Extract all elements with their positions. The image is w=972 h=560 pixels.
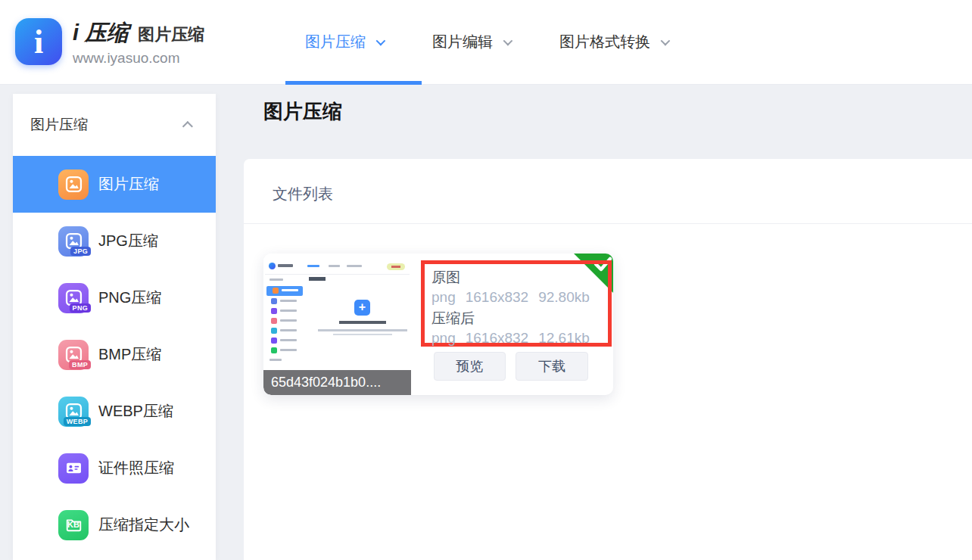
original-info: png1616x83292.80kb [431, 287, 608, 307]
png-badge: PNG [70, 303, 91, 313]
file-list-panel: 文件列表 [244, 159, 972, 560]
thumbnail-mini-upload-icon: + [354, 300, 370, 316]
thumbnail-mini-screenshot: + [263, 258, 411, 370]
original-dimensions: 1616x832 [466, 289, 528, 305]
sidebar-section-title: 图片压缩 [30, 115, 88, 135]
sidebar-item-webp-compress[interactable]: WEBP WEBP压缩 [13, 383, 216, 440]
thumbnail-mini-header [265, 260, 410, 275]
nav-label: 图片格式转换 [559, 32, 650, 52]
chevron-up-icon [182, 121, 193, 132]
sidebar-section-header[interactable]: 图片压缩 [13, 94, 216, 156]
chevron-down-icon [376, 36, 386, 46]
nav-item-image-edit[interactable]: 图片编辑 [432, 32, 510, 52]
nav-label: 图片编辑 [432, 32, 493, 52]
image-compress-icon [58, 170, 89, 200]
bmp-compress-icon: BMP [58, 340, 89, 370]
original-label: 原图 [431, 269, 608, 287]
id-photo-icon [58, 453, 89, 484]
thumbnail-mini-main: + [307, 275, 410, 370]
chevron-down-icon [503, 36, 513, 46]
file-thumbnail: + 65d43f024b1b0.... [263, 254, 411, 395]
thumbnail-mini-sidebar [265, 275, 304, 370]
site-url: www.iyasuo.com [73, 50, 204, 67]
highlight-box: 原图 png1616x83292.80kb 压缩后 png1616x83212.… [421, 260, 612, 347]
active-tab-underline [285, 81, 422, 85]
file-name: 65d43f024b1b0.... [263, 370, 411, 395]
sidebar-item-png-compress[interactable]: PNG PNG压缩 [13, 269, 216, 326]
sidebar-item-label: BMP压缩 [98, 344, 161, 365]
nav-item-image-compress[interactable]: 图片压缩 [305, 32, 383, 52]
sidebar-item-bmp-compress[interactable]: BMP BMP压缩 [13, 326, 216, 383]
site-logo[interactable]: i i 压缩 图片压缩 www.iyasuo.com [15, 18, 204, 67]
compressed-info: png1616x83212.61kb [431, 328, 608, 348]
sidebar-item-label: 压缩指定大小 [98, 515, 189, 535]
original-format: png [431, 289, 456, 305]
webp-badge: WEBP [64, 417, 91, 426]
kb-badge: KB [58, 520, 89, 529]
sidebar-item-label: 图片压缩 [98, 174, 159, 194]
sidebar-item-label: PNG压缩 [98, 288, 161, 308]
png-compress-icon: PNG [58, 283, 89, 313]
compressed-format: png [431, 330, 456, 346]
sidebar-item-label: 证件照压缩 [98, 458, 174, 478]
preview-button[interactable]: 预览 [434, 352, 506, 381]
page-title: 图片压缩 [263, 98, 342, 125]
sidebar-item-label: JPG压缩 [98, 231, 158, 251]
sidebar-item-jpg-compress[interactable]: JPG JPG压缩 [13, 213, 216, 269]
sidebar-item-compress-to-size[interactable]: KB 压缩指定大小 [13, 496, 216, 553]
sidebar-item-image-compress[interactable]: 图片压缩 [13, 156, 216, 213]
compressed-label: 压缩后 [431, 310, 608, 328]
jpg-badge: JPG [70, 247, 91, 256]
nav-item-format-convert[interactable]: 图片格式转换 [559, 32, 668, 52]
nav-label: 图片压缩 [305, 32, 366, 52]
divider [244, 223, 972, 224]
file-item-card: + 65d43f024b1b0.... 原图 png1616x83292.80k… [263, 254, 613, 395]
file-list-title: 文件列表 [273, 184, 333, 204]
kb-size-icon: KB [58, 510, 89, 540]
main-nav: 图片压缩 图片编辑 图片格式转换 [305, 0, 668, 84]
brand-name: i 压缩 [73, 18, 129, 48]
jpg-compress-icon: JPG [58, 226, 89, 257]
thumbnail-mini-button [387, 263, 405, 270]
sidebar-item-label: WEBP压缩 [98, 401, 173, 422]
product-name: 图片压缩 [138, 23, 204, 46]
download-button[interactable]: 下载 [516, 352, 588, 381]
bmp-badge: BMP [69, 360, 91, 369]
top-header: i i 压缩 图片压缩 www.iyasuo.com 图片压缩 图片编辑 图片格… [0, 0, 972, 85]
original-size: 92.80kb [538, 289, 590, 305]
compressed-size: 12.61kb [538, 330, 590, 346]
sidebar: 图片压缩 图片压缩 JPG JPG压缩 PNG PNG压缩 BMP BMP压缩 [13, 94, 216, 560]
webp-compress-icon: WEBP [58, 397, 89, 427]
logo-icon: i [15, 18, 62, 65]
chevron-down-icon [661, 36, 671, 46]
compressed-dimensions: 1616x832 [466, 330, 528, 346]
sidebar-item-id-photo-compress[interactable]: 证件照压缩 [13, 440, 216, 496]
